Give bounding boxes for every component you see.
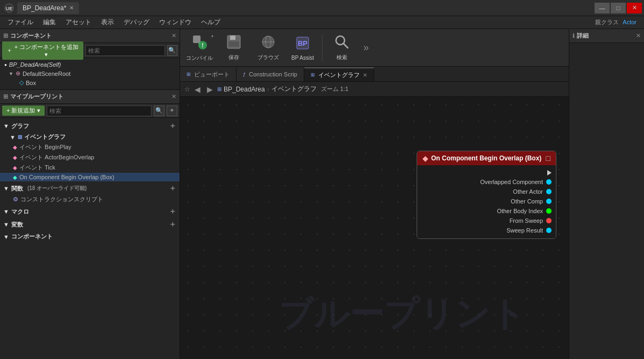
self-item[interactable]: ● BP_DeadArea(Self) <box>0 60 180 69</box>
event-actoroverlap-item[interactable]: ◆ イベント ActorBeginOverlap <box>0 152 180 163</box>
tab-close-icon[interactable]: ✕ <box>69 5 74 11</box>
breadcrumb-separator: › <box>267 86 269 93</box>
other-comp-pin[interactable]: Other Comp <box>417 196 556 206</box>
other-actor-pin[interactable]: Other Actor <box>417 187 556 196</box>
breadcrumb: ☆ ◀ ▶ ⊞ BP_DeadArea › イベントグラフ ズーム 1:1 <box>180 82 569 97</box>
body-index-pin[interactable]: Other Body Index <box>417 206 556 216</box>
construction-script-item[interactable]: ⚙ コンストラクションスクリプト <box>0 194 180 205</box>
blueprint-filter-icon[interactable]: 👁 <box>167 105 177 116</box>
box-item[interactable]: ◇ Box <box>0 78 180 87</box>
exec-out-pin[interactable] <box>417 168 556 177</box>
bp-item-icon: ⊞ <box>217 86 221 92</box>
menu-edit[interactable]: 編集 <box>39 17 60 28</box>
blueprint-toolbar: + 新規追加 ▾ 🔍 👁 <box>0 104 180 118</box>
maximize-button[interactable]: □ <box>611 3 626 13</box>
blueprint-search-input[interactable] <box>47 105 152 116</box>
center-panel: ▾ ? ! コンパイル <box>180 29 569 359</box>
eg-expand-icon: ▼ <box>10 134 16 140</box>
viewport-icon: ⊞ <box>187 72 191 77</box>
blueprint-content: ▼ グラフ ＋ ▼ ⊞ イベントグラフ ◆ イベント BeginPlay <box>0 118 180 359</box>
toolbar-separator <box>322 34 323 61</box>
svg-text:BP: BP <box>298 39 307 47</box>
search-button[interactable]: 検索 <box>327 33 357 63</box>
variable-section-header[interactable]: ▼ 変数 ＋ <box>0 219 180 230</box>
blueprint-panel-close-icon[interactable]: ✕ <box>171 93 176 100</box>
svg-rect-7 <box>230 36 235 40</box>
node-title: On Component Begin Overlap (Box) <box>431 154 541 162</box>
compile-button[interactable]: ▾ ? ! コンパイル <box>184 33 214 63</box>
sweep-result-pin[interactable]: Sweep Result <box>417 226 556 235</box>
construction-icon: ⚙ <box>13 196 18 203</box>
menu-asset[interactable]: アセット <box>61 17 96 28</box>
from-sweep-pin[interactable]: From Sweep <box>417 216 556 226</box>
bp-assist-button[interactable]: BP BP Assist <box>288 33 318 63</box>
exec-arrow-icon <box>547 170 552 175</box>
browse-label: ブラウズ <box>257 54 279 61</box>
browse-button[interactable]: ブラウズ <box>253 33 283 63</box>
graph-canvas[interactable]: ブループリント ◆ On Component Begin Overlap (Bo… <box>180 97 569 359</box>
sweep-result-pin-dot <box>546 228 552 233</box>
menu-help[interactable]: ヘルプ <box>197 17 225 28</box>
components-panel: ⊞ コンポーネント ✕ ＋ + コンポーネントを追加 ▾ 🔍 ● BP_Dead… <box>0 29 180 90</box>
save-button[interactable]: 保存 <box>219 33 249 63</box>
breadcrumb-graph-item[interactable]: イベントグラフ <box>271 85 317 94</box>
right-panel: ℹ 詳細 ✕ <box>569 29 644 359</box>
breadcrumb-forward-button[interactable]: ▶ <box>205 84 215 95</box>
macro-section: ▼ マクロ ＋ <box>0 206 180 217</box>
breadcrumb-star-icon[interactable]: ☆ <box>184 86 190 93</box>
components-panel-close-icon[interactable]: ✕ <box>171 32 176 39</box>
add-macro-button[interactable]: ＋ <box>169 207 176 216</box>
add-variable-button[interactable]: ＋ <box>169 220 176 229</box>
macro-expand-icon: ▼ <box>3 208 9 215</box>
event-beginplay-item[interactable]: ◆ イベント BeginPlay <box>0 142 180 152</box>
breadcrumb-bp-item[interactable]: ⊞ BP_DeadArea <box>217 86 265 93</box>
event-overlap-box-item[interactable]: ◆ On Component Begin Overlap (Box) <box>0 173 180 181</box>
component-tree: ● BP_DeadArea(Self) ▼ ⊕ DefaultSceneRoot… <box>0 58 180 89</box>
add-function-button[interactable]: ＋ <box>169 184 176 193</box>
parent-class-info: 親クラス Actor <box>595 18 641 26</box>
add-component-button[interactable]: ＋ + コンポーネントを追加 ▾ <box>2 41 83 60</box>
macro-section-header[interactable]: ▼ マクロ ＋ <box>0 206 180 217</box>
function-section-header[interactable]: ▼ 関数 (18 オーバーライド可能) ＋ <box>0 182 180 194</box>
toolbar: ▾ ? ! コンパイル <box>180 29 569 67</box>
components-search-input[interactable] <box>85 45 165 56</box>
event-graph-header[interactable]: ▼ ⊞ イベントグラフ <box>0 132 180 142</box>
scene-root-item[interactable]: ▼ ⊕ DefaultSceneRoot <box>0 69 180 78</box>
component-section-header[interactable]: ▼ コンポーネント <box>0 231 180 242</box>
func-expand-icon: ▼ <box>3 185 9 192</box>
minimize-button[interactable]: — <box>595 3 610 13</box>
overlap-node: ◆ On Component Begin Overlap (Box) □ Ove… <box>417 151 556 239</box>
var-expand-icon: ▼ <box>3 221 9 228</box>
expand-arrow-icon: ▼ <box>9 71 13 76</box>
menu-items: ファイル 編集 アセット 表示 デバッグ ウィンドウ ヘルプ <box>3 17 225 28</box>
node-close-icon[interactable]: □ <box>546 154 550 163</box>
node-header[interactable]: ◆ On Component Begin Overlap (Box) □ <box>417 151 556 165</box>
graph-section-header[interactable]: ▼ グラフ ＋ <box>0 120 180 132</box>
menu-file[interactable]: ファイル <box>3 17 38 28</box>
event-tick-item[interactable]: ◆ イベント Tick <box>0 163 180 173</box>
menu-debug[interactable]: デバッグ <box>119 17 154 28</box>
compile-icon: ? ! <box>191 33 208 53</box>
components-search-icon[interactable]: 🔍 <box>167 45 177 56</box>
details-close-icon[interactable]: ✕ <box>636 32 641 39</box>
blueprint-search-icon[interactable]: 🔍 <box>154 105 164 116</box>
diamond-icon2: ◆ <box>13 154 17 160</box>
add-new-button[interactable]: + 新規追加 ▾ <box>2 105 45 116</box>
components-toolbar: ＋ + コンポーネントを追加 ▾ 🔍 <box>0 43 180 58</box>
event-tab-icon: ⊞ <box>311 72 315 78</box>
toolbar-more-button[interactable]: » <box>361 40 371 55</box>
comp-expand-icon: ▼ <box>3 234 9 240</box>
tab-construction[interactable]: ƒ Construction Scrip <box>237 67 304 81</box>
tab-viewport[interactable]: ⊞ ビューポート <box>180 67 237 81</box>
ue-logo-icon: UE <box>3 2 15 14</box>
menu-view[interactable]: 表示 <box>97 17 118 28</box>
main-tab[interactable]: BP_DeadArea* ✕ <box>17 2 79 14</box>
menu-window[interactable]: ウィンドウ <box>155 17 196 28</box>
tab-event-graph[interactable]: ⊞ イベントグラフ ✕ <box>304 67 374 81</box>
breadcrumb-back-button[interactable]: ◀ <box>192 84 203 95</box>
overlapped-component-pin[interactable]: Overlapped Component <box>417 177 556 187</box>
add-graph-button[interactable]: ＋ <box>169 121 176 131</box>
close-button[interactable]: ✕ <box>627 3 642 13</box>
event-tab-close-icon[interactable]: ✕ <box>363 72 367 78</box>
box-icon: ◇ <box>19 79 24 86</box>
